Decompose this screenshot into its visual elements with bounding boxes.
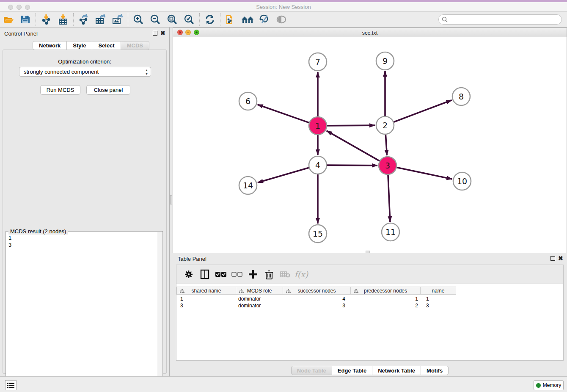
column-header-shared-name[interactable]: shared name (176, 287, 236, 295)
column-header-predecessor-nodes[interactable]: predecessor nodes (351, 287, 421, 295)
graph-edge-1-2[interactable] (325, 125, 375, 126)
network-view-title: scc.txt (173, 30, 567, 36)
task-history-button[interactable] (5, 380, 17, 390)
network-canvas[interactable]: 7968124314101511 (173, 37, 567, 253)
status-bar: Memory (0, 376, 567, 392)
first-neighbors-button[interactable] (239, 13, 256, 26)
graph-edge-4-14[interactable] (258, 167, 311, 183)
import-table-icon (58, 14, 68, 25)
cell-shared-name[interactable]: 1 (180, 296, 183, 302)
select-stepper-icon: ▲▼ (145, 68, 148, 76)
app-window: Session: New Session (0, 0, 567, 392)
run-mcds-button[interactable]: Run MCDS (40, 85, 80, 95)
window-titlebar: Session: New Session (0, 2, 567, 12)
splitter-grip[interactable] (170, 195, 172, 204)
search-input[interactable] (450, 15, 558, 24)
fx-icon: f(x) (295, 270, 308, 279)
tab-node-table[interactable]: Node Table (291, 366, 332, 375)
add-column-button[interactable] (245, 267, 261, 282)
graph-edge-3-10[interactable] (395, 167, 452, 179)
tab-select[interactable]: Select (92, 41, 121, 50)
show-columns-button[interactable] (197, 267, 213, 282)
clone-network-button[interactable] (222, 13, 239, 26)
import-network-icon (41, 14, 52, 25)
deselect-all-button[interactable] (229, 267, 245, 282)
cell-shared-name[interactable]: 3 (180, 303, 183, 309)
cell-predecessor-nodes[interactable]: 1 (351, 296, 418, 302)
import-table-button[interactable] (55, 13, 72, 26)
cell-mcds-role[interactable]: dominator (238, 303, 261, 309)
select-all-button[interactable] (213, 267, 229, 282)
toolbar-separator (73, 13, 74, 26)
export-table-button[interactable] (92, 13, 109, 26)
column-header-mcds-role[interactable]: MCDS role (236, 287, 283, 295)
zoom-selected-icon (184, 14, 195, 25)
close-panel-button[interactable]: Close panel (86, 85, 130, 95)
cell-name[interactable]: 3 (426, 303, 429, 309)
graph-node-label-8: 8 (459, 92, 464, 101)
cell-predecessor-nodes[interactable]: 2 (351, 303, 418, 309)
delete-column-button[interactable] (261, 267, 277, 282)
vertical-splitter[interactable] (170, 28, 173, 376)
close-panel-icon[interactable]: ✖ (160, 30, 165, 36)
cell-mcds-role[interactable]: dominator (238, 296, 261, 302)
export-network-button[interactable] (75, 13, 92, 26)
column-header-successor-nodes[interactable]: successor nodes (283, 287, 351, 295)
mcds-result-box: MCDS result (2 nodes) 1 3 (6, 231, 163, 392)
column-type-icon (354, 289, 358, 293)
save-session-button[interactable] (17, 13, 34, 26)
open-session-button[interactable] (0, 13, 17, 26)
gear-icon (184, 270, 193, 279)
tab-style[interactable]: Style (67, 41, 92, 50)
graph-node-label-11: 11 (385, 227, 396, 237)
mcds-result-text[interactable]: 1 3 (8, 234, 11, 248)
function-builder-button[interactable]: f(x) (293, 267, 309, 282)
toolbar-separator (36, 13, 36, 26)
graph-edge-1-6[interactable] (258, 105, 311, 123)
tab-edge-table[interactable]: Edge Table (332, 366, 372, 375)
network-graph: 7968124314101511 (173, 37, 567, 253)
clone-network-icon (225, 14, 236, 25)
zoom-selected-button[interactable] (181, 13, 198, 26)
apply-style-button[interactable] (256, 13, 273, 26)
graph-edge-4-3[interactable] (325, 165, 377, 166)
graph-edge-2-8[interactable] (392, 100, 452, 123)
show-hide-button[interactable] (273, 13, 290, 26)
graph-edge-2-3[interactable] (385, 133, 387, 155)
column-type-icon (180, 289, 184, 293)
import-network-button[interactable] (38, 13, 55, 26)
zoom-out-button[interactable] (147, 13, 164, 26)
float-table-panel-icon[interactable] (550, 256, 555, 261)
refresh-layout-button[interactable] (201, 13, 218, 26)
table-settings-button[interactable] (181, 267, 197, 282)
cell-successor-nodes[interactable]: 3 (284, 303, 345, 309)
tab-motifs[interactable]: Motifs (421, 366, 449, 375)
save-icon (20, 15, 30, 24)
export-image-button[interactable] (109, 13, 126, 26)
table-panel-tabs: Node Table Edge Table Network Table Moti… (173, 366, 567, 375)
zoom-in-button[interactable] (130, 13, 147, 26)
cell-name[interactable]: 1 (426, 296, 429, 302)
toolbar-separator (128, 13, 128, 26)
graph-edge-3-1[interactable] (327, 131, 381, 162)
zoom-fit-button[interactable] (164, 13, 181, 26)
column-type-icon (239, 289, 244, 293)
tab-mcds[interactable]: MCDS (121, 41, 149, 50)
tab-network[interactable]: Network (33, 41, 67, 50)
close-table-panel-icon[interactable]: ✖ (558, 255, 563, 262)
result-scrollbar[interactable] (157, 232, 162, 391)
tab-network-table[interactable]: Network Table (372, 366, 421, 375)
open-folder-icon (3, 15, 14, 24)
refresh-icon (205, 14, 215, 25)
graph-edge-3-11[interactable] (388, 173, 390, 222)
float-panel-icon[interactable] (153, 31, 157, 36)
optimization-criterion-select[interactable]: strongly connected component ▲▼ (19, 67, 151, 77)
cell-successor-nodes[interactable]: 4 (284, 296, 345, 302)
mcds-panel: Optimization criterion: strongly connect… (3, 50, 167, 374)
delete-table-button[interactable] (277, 267, 293, 282)
memory-button[interactable]: Memory (534, 380, 564, 390)
search-icon (442, 17, 448, 23)
column-header-name[interactable]: name (421, 287, 456, 295)
table-panel: Table Panel ✖ (173, 253, 567, 376)
graph-node-label-9: 9 (383, 56, 388, 66)
